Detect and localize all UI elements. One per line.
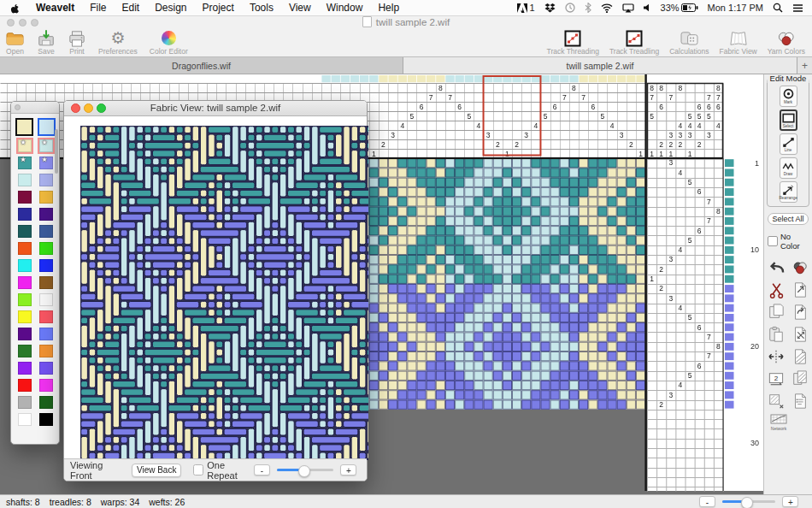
- menu-item-view[interactable]: View: [281, 0, 319, 15]
- palette-swatch-14[interactable]: [18, 259, 32, 272]
- tool-resize-page-button[interactable]: [791, 325, 809, 344]
- tool-transform-page-button[interactable]: [767, 392, 786, 411]
- palette-swatch-26[interactable]: [18, 362, 32, 375]
- select-all-button[interactable]: Select All: [768, 213, 809, 225]
- adobe-icon[interactable]: 1: [517, 3, 534, 13]
- view-back-button[interactable]: View Back: [132, 464, 181, 477]
- palette-close-button[interactable]: [15, 104, 21, 110]
- toolbar-button-yarn-colors[interactable]: Yarn Colors: [768, 29, 805, 56]
- palette-swatch-29[interactable]: [39, 379, 53, 392]
- fabric-zoom-button[interactable]: [97, 103, 106, 113]
- fabric-zoom-out-button[interactable]: -: [254, 464, 270, 476]
- toolbar-button-track-threading[interactable]: Track Threading: [547, 29, 599, 56]
- toolbar-button-preferences[interactable]: ⚙Preferences: [98, 29, 138, 56]
- palette-swatch-12[interactable]: [18, 242, 32, 255]
- fabric-zoom-slider[interactable]: [277, 469, 333, 471]
- volume-icon[interactable]: [644, 3, 651, 12]
- battery-indicator[interactable]: 33%: [661, 3, 698, 13]
- edit-mode-rearrange-button[interactable]: Rearrange: [780, 181, 797, 203]
- edit-mode-line-button[interactable]: Line: [780, 133, 797, 155]
- toolbar-button-fabric-view[interactable]: Fabric View: [720, 29, 757, 56]
- current-warp-color[interactable]: [15, 118, 33, 136]
- zoom-in-button[interactable]: +: [782, 496, 798, 507]
- tool-crop-page-button[interactable]: [791, 281, 809, 299]
- palette-swatch-0[interactable]: ★: [18, 139, 32, 152]
- palette-swatch-24[interactable]: [18, 345, 32, 357]
- palette-swatch-11[interactable]: [39, 225, 53, 238]
- edit-mode-select-button[interactable]: Select: [780, 109, 797, 131]
- palette-swatch-18[interactable]: [18, 293, 32, 306]
- zoom-out-button[interactable]: -: [699, 496, 715, 507]
- edit-mode-draw-button[interactable]: Draw: [780, 157, 797, 179]
- palette-title-bar[interactable]: [11, 102, 59, 114]
- dropbox-icon[interactable]: [544, 3, 556, 13]
- fabric-view-title-bar[interactable]: Fabric View: twill sample 2.wif: [64, 101, 367, 116]
- tab-dragonflies-wif[interactable]: Dragonflies.wif: [0, 57, 403, 74]
- palette-swatch-21[interactable]: [39, 310, 53, 323]
- palette-swatch-23[interactable]: [39, 328, 53, 340]
- palette-swatch-16[interactable]: [18, 276, 32, 289]
- menu-item-file[interactable]: File: [82, 0, 114, 15]
- palette-swatch-20[interactable]: [18, 310, 32, 323]
- palette-swatch-25[interactable]: [39, 345, 53, 357]
- menu-item-window[interactable]: Window: [319, 0, 371, 15]
- palette-swatch-4[interactable]: [18, 174, 32, 186]
- tool-rotate-page-button[interactable]: [791, 303, 809, 322]
- palette-swatch-15[interactable]: [39, 259, 53, 272]
- palette-swatch-2[interactable]: ★: [18, 157, 32, 169]
- palette-swatch-5[interactable]: [39, 174, 53, 186]
- palette-swatch-13[interactable]: [39, 242, 53, 255]
- palette-swatch-27[interactable]: [39, 362, 53, 375]
- palette-swatch-8[interactable]: [18, 208, 32, 221]
- palette-swatch-7[interactable]: [39, 191, 53, 204]
- tool-color-mix-button[interactable]: [791, 258, 809, 277]
- palette-swatch-17[interactable]: [39, 276, 53, 289]
- tool-pattern-page-button[interactable]: [791, 347, 809, 366]
- menu-item-weaveit[interactable]: WeaveIt: [28, 0, 82, 15]
- palette-swatch-31[interactable]: [39, 396, 53, 409]
- fabric-close-button[interactable]: [71, 103, 80, 113]
- tool-note-page-button[interactable]: [791, 392, 809, 411]
- zoom-slider-thumb[interactable]: [741, 497, 753, 508]
- apple-menu-icon[interactable]: [0, 3, 28, 14]
- airplay-icon[interactable]: [622, 3, 634, 13]
- palette-swatch-28[interactable]: [18, 379, 32, 392]
- palette-swatch-30[interactable]: [18, 396, 32, 409]
- search-icon[interactable]: [773, 3, 783, 13]
- fabric-minimize-button[interactable]: [84, 103, 93, 113]
- time-machine-icon[interactable]: [565, 3, 575, 13]
- menu-item-edit[interactable]: Edit: [114, 0, 147, 15]
- one-repeat-checkbox[interactable]: [193, 464, 203, 476]
- fabric-zoom-slider-thumb[interactable]: [298, 465, 310, 477]
- tool-cut-button[interactable]: [767, 281, 786, 299]
- palette-swatch-9[interactable]: [39, 208, 53, 221]
- zoom-slider[interactable]: [722, 500, 775, 503]
- menu-item-project[interactable]: Project: [195, 0, 242, 15]
- current-weft-color[interactable]: [38, 118, 56, 136]
- palette-swatch-32[interactable]: [18, 413, 32, 426]
- tab-twill-sample-2-wif[interactable]: twill sample 2.wif: [403, 57, 797, 74]
- palette-swatch-22[interactable]: [18, 328, 32, 340]
- toolbar-button-save[interactable]: Save: [37, 29, 56, 56]
- menu-item-design[interactable]: Design: [147, 0, 194, 15]
- palette-scrollbar[interactable]: [55, 129, 58, 174]
- menu-item-tools[interactable]: Tools: [242, 0, 281, 15]
- wifi-icon[interactable]: [601, 3, 613, 13]
- toolbar-button-color-editor[interactable]: Color Editor: [150, 29, 188, 56]
- menu-item-help[interactable]: Help: [370, 0, 407, 15]
- fabric-simulation-canvas[interactable]: [80, 126, 368, 460]
- palette-swatch-1[interactable]: ★: [39, 139, 53, 152]
- fabric-zoom-in-button[interactable]: +: [340, 464, 356, 476]
- no-color-checkbox[interactable]: [768, 236, 778, 246]
- palette-swatch-19[interactable]: [39, 293, 53, 306]
- edit-mode-mark-button[interactable]: Mark: [780, 86, 797, 107]
- toolbar-button-open[interactable]: Open: [5, 29, 25, 56]
- bluetooth-icon[interactable]: [585, 3, 591, 13]
- palette-swatch-3[interactable]: ★: [39, 157, 53, 169]
- palette-swatch-10[interactable]: [18, 225, 32, 238]
- toolbar-button-print[interactable]: Print: [68, 29, 86, 56]
- palette-swatch-33[interactable]: [39, 413, 53, 426]
- tool-repeat-two-button[interactable]: 2: [767, 369, 786, 388]
- notification-list-icon[interactable]: [792, 3, 803, 13]
- network-tool[interactable]: Network: [764, 414, 793, 431]
